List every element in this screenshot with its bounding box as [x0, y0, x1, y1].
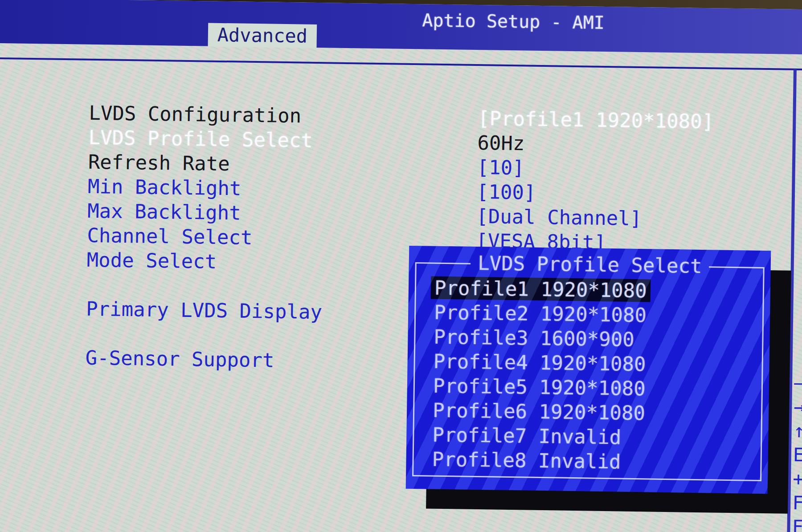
option-label: G-Sensor Support: [65, 346, 274, 372]
option-value: 60Hz: [477, 130, 525, 155]
popup-option-profile1[interactable]: Profile1 1920*1080: [431, 276, 757, 305]
option-value: [Profile1 1920*1080]: [478, 106, 714, 134]
popup-option-profile4[interactable]: Profile4 1920*1080: [430, 349, 756, 378]
popup-option-label: Profile3 1600*900: [430, 325, 638, 351]
tab-advanced-label: Advanced: [217, 24, 307, 47]
option-value: [10]: [477, 155, 524, 180]
popup-option-profile6[interactable]: Profile6 1920*1080: [429, 398, 756, 427]
popup-option-label: Profile5 1920*1080: [430, 374, 649, 400]
header-bar: Aptio Setup - AMI: [0, 0, 802, 55]
popup-option-profile8[interactable]: Profile8 Invalid: [428, 447, 755, 476]
option-value: [Dual Channel]: [476, 204, 642, 231]
option-value: [100]: [477, 179, 536, 205]
hotkey-right-arrow-fragment: →: [794, 395, 802, 419]
lvds-profile-select-popup: LVDS Profile Select Profile1 1920*1080 P…: [406, 246, 771, 494]
window-title: Aptio Setup - AMI: [422, 9, 605, 33]
option-label: Mode Select: [67, 248, 217, 273]
popup-option-label: Profile1 1920*1080: [431, 276, 651, 302]
popup-option-label: Profile6 1920*1080: [429, 399, 649, 425]
header-separator-line: [0, 57, 802, 71]
popup-option-profile2[interactable]: Profile2 1920*1080: [430, 300, 757, 329]
hotkey-plus-fragment: +: [793, 467, 802, 491]
hotkey-f2-fragment: F: [792, 515, 802, 532]
popup-option-label: Profile7 Invalid: [429, 423, 625, 449]
popup-option-label: Profile8 Invalid: [428, 448, 625, 473]
hotkey-enter-fragment: E: [793, 443, 802, 467]
bios-screen: Aptio Setup - AMI Advanced LVDS Configur…: [0, 0, 802, 532]
popup-option-profile7[interactable]: Profile7 Invalid: [429, 422, 755, 451]
popup-option-list: Profile1 1920*1080 Profile2 1920*1080 Pr…: [428, 276, 757, 476]
hotkey-legend-clipped: ― → ↑ E + F F: [792, 371, 802, 532]
hotkey-separator-fragment: ―: [794, 371, 802, 395]
hotkey-up-arrow-fragment: ↑: [793, 419, 802, 443]
option-label: Primary LVDS Display: [66, 297, 322, 323]
popup-option-profile3[interactable]: Profile3 1600*900: [430, 325, 757, 353]
popup-option-label: Profile2 1920*1080: [430, 301, 650, 327]
popup-option-label: Profile4 1920*1080: [430, 350, 649, 376]
hotkey-f1-fragment: F: [792, 491, 802, 515]
help-pane-clipped-text: [: [798, 76, 802, 99]
tab-advanced[interactable]: Advanced: [208, 23, 317, 48]
popup-title: LVDS Profile Select: [471, 251, 709, 278]
popup-option-profile5[interactable]: Profile5 1920*1080: [430, 374, 756, 402]
